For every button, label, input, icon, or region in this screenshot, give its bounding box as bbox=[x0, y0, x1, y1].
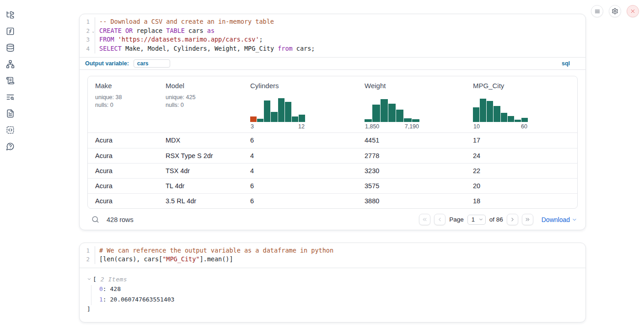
help-bubble-icon bbox=[6, 142, 15, 151]
code-line[interactable]: 2⌄CREATE OR replace TABLE cars as bbox=[80, 26, 585, 36]
histogram-axis-label: 7,190 bbox=[405, 123, 419, 130]
code-line[interactable]: 2[len(cars), cars["MPG_City"].mean()] bbox=[80, 255, 585, 264]
output-variable-bar: Output variable: sql bbox=[80, 57, 585, 70]
histogram-axis-labels: 312 bbox=[250, 122, 305, 130]
table-row[interactable]: AcuraTSX 4dr4323022 bbox=[88, 163, 577, 178]
column-histogram[interactable]: 312 bbox=[250, 98, 305, 130]
table-cell: 4 bbox=[250, 167, 365, 174]
shutdown-button[interactable] bbox=[627, 5, 639, 17]
code-text: [len(cars), cars["MPG_City"].mean()] bbox=[95, 255, 233, 264]
close-bracket: ] bbox=[87, 305, 578, 314]
code-text: # We can reference the output variable a… bbox=[95, 246, 333, 255]
column-histogram[interactable]: 1,8507,190 bbox=[365, 98, 419, 130]
table-row[interactable]: Acura3.5 RL 4dr6388018 bbox=[88, 193, 577, 208]
result-item-value: 428 bbox=[110, 285, 120, 292]
column-header-cylinders[interactable]: Cylinders312 bbox=[250, 76, 365, 132]
histogram-axis-label: 12 bbox=[298, 123, 305, 130]
chevrons-right-icon bbox=[525, 217, 531, 222]
table-cell: MDX bbox=[166, 137, 250, 144]
topbar bbox=[591, 5, 639, 17]
sidebar-item-logs[interactable] bbox=[5, 76, 15, 85]
sidebar-item-help[interactable] bbox=[5, 142, 15, 151]
histogram-bar bbox=[388, 104, 396, 122]
line-number: 3 bbox=[80, 35, 95, 44]
page-label: Page bbox=[449, 216, 464, 223]
sidebar-item-file-explorer[interactable] bbox=[5, 10, 15, 19]
code-line[interactable]: 1-- Download a CSV and create an in-memo… bbox=[80, 17, 585, 26]
column-header-weight[interactable]: Weight1,8507,190 bbox=[365, 76, 473, 132]
line-number: 1 bbox=[80, 246, 95, 255]
column-stat: nulls: 0 bbox=[166, 101, 250, 109]
code-line[interactable]: 3FROM 'https://datasets.marimo.app/cars.… bbox=[80, 35, 585, 44]
histogram bbox=[365, 98, 419, 122]
column-header-model[interactable]: Modelunique: 425nulls: 0 bbox=[166, 76, 250, 132]
table-row[interactable]: AcuraTL 4dr6357520 bbox=[88, 178, 577, 193]
sidebar-item-dependency-graph[interactable] bbox=[5, 59, 15, 69]
column-name: Cylinders bbox=[250, 82, 365, 90]
histogram-bar bbox=[257, 119, 263, 122]
table-row[interactable]: AcuraMDX6445117 bbox=[88, 133, 577, 148]
download-button[interactable]: Download bbox=[542, 216, 577, 223]
page-select[interactable]: 1 bbox=[467, 215, 486, 225]
python-code-editor[interactable]: 1# We can reference the output variable … bbox=[80, 243, 585, 268]
column-name: MPG_City bbox=[473, 82, 577, 90]
table-cell: RSX Type S 2dr bbox=[166, 152, 250, 159]
sidebar bbox=[0, 0, 20, 151]
column-histogram[interactable]: 1060 bbox=[473, 98, 528, 130]
table-header-row: Makeunique: 38nulls: 0Modelunique: 425nu… bbox=[88, 76, 577, 133]
histogram-axis-label: 60 bbox=[521, 123, 527, 130]
table-body: AcuraMDX6445117AcuraRSX Type S 2dr427782… bbox=[88, 133, 577, 208]
column-stats: unique: 38nulls: 0 bbox=[95, 94, 166, 110]
items-count-label: 2 Items bbox=[101, 276, 127, 283]
sidebar-item-table-of-contents[interactable] bbox=[5, 92, 15, 101]
histogram-bar bbox=[372, 105, 380, 122]
language-badge: sql bbox=[562, 60, 570, 67]
histogram-axis-labels: 1,8507,190 bbox=[365, 122, 419, 130]
table-cell: 4 bbox=[250, 152, 365, 159]
sidebar-item-snippets[interactable] bbox=[5, 125, 15, 134]
previous-page-button[interactable] bbox=[434, 214, 445, 225]
open-bracket: [ bbox=[93, 276, 97, 283]
search-button[interactable] bbox=[91, 215, 100, 224]
page-total-label: of 86 bbox=[489, 216, 503, 223]
table-row[interactable]: AcuraRSX Type S 2dr4277824 bbox=[88, 148, 577, 163]
result-item-key: 1 bbox=[99, 296, 103, 303]
database-icon bbox=[6, 43, 15, 52]
next-page-button[interactable] bbox=[507, 214, 518, 225]
column-stats: unique: 425nulls: 0 bbox=[166, 94, 250, 110]
last-page-button[interactable] bbox=[522, 214, 533, 225]
code-line[interactable]: 1# We can reference the output variable … bbox=[80, 246, 585, 255]
code-line[interactable]: 4SELECT Make, Model, Cylinders, Weight, … bbox=[80, 44, 585, 53]
histogram-bar bbox=[271, 112, 277, 122]
sql-code-editor[interactable]: 1-- Download a CSV and create an in-memo… bbox=[80, 14, 585, 57]
fold-chevron-icon[interactable]: ⌄ bbox=[92, 27, 94, 36]
column-header-mpg_city[interactable]: MPG_City1060 bbox=[473, 76, 577, 132]
table-cell: Acura bbox=[95, 167, 166, 174]
table-footer: 428 rows Page 1 of 86 bbox=[87, 209, 578, 230]
result-item-key: 0 bbox=[99, 285, 103, 292]
text-search-icon bbox=[6, 93, 15, 101]
output-variable-label: Output variable: bbox=[85, 60, 129, 67]
menu-button[interactable] bbox=[591, 5, 603, 17]
python-cell-output: [ 2 Items 0: 4281: 20.060747663551403 ] bbox=[80, 268, 585, 322]
histogram-bar bbox=[501, 113, 507, 122]
row-count: 428 rows bbox=[107, 216, 134, 223]
settings-button[interactable] bbox=[609, 5, 621, 17]
table-cell: 6 bbox=[250, 137, 365, 144]
result-tree-items: 0: 4281: 20.060747663551403 bbox=[87, 284, 578, 305]
sidebar-item-documentation[interactable] bbox=[5, 109, 15, 118]
collapse-chevron-icon[interactable] bbox=[87, 277, 91, 281]
histogram-axis-labels: 1060 bbox=[473, 122, 528, 130]
data-table: Makeunique: 38nulls: 0Modelunique: 425nu… bbox=[87, 76, 578, 209]
histogram-bar bbox=[292, 116, 298, 122]
column-name: Model bbox=[166, 82, 250, 90]
histogram-bar bbox=[412, 119, 419, 122]
sidebar-item-variables[interactable] bbox=[5, 26, 15, 36]
sidebar-item-data-sources[interactable] bbox=[5, 43, 15, 52]
output-variable-input[interactable] bbox=[134, 59, 170, 68]
first-page-button[interactable] bbox=[419, 214, 430, 225]
column-header-make[interactable]: Makeunique: 38nulls: 0 bbox=[95, 76, 166, 132]
result-item: 0: 428 bbox=[87, 284, 578, 295]
line-number: 4 bbox=[80, 44, 95, 53]
histogram-bar bbox=[264, 100, 270, 122]
